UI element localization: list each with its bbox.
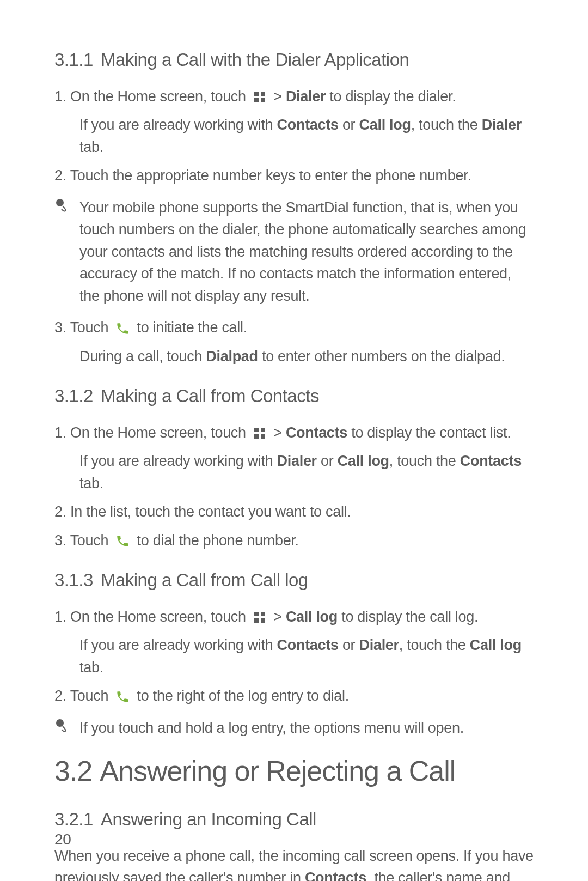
text: If you are already working with xyxy=(79,117,273,133)
svg-rect-1 xyxy=(261,92,265,96)
bold-dialer: Dialer xyxy=(286,88,326,105)
phone-icon xyxy=(115,321,130,336)
svg-rect-2 xyxy=(254,98,259,102)
svg-rect-6 xyxy=(261,428,265,432)
paragraph-incoming-call: When you receive a phone call, the incom… xyxy=(54,845,534,882)
text: to initiate the call. xyxy=(137,319,247,336)
text: to display the dialer. xyxy=(329,88,456,105)
bold-contacts: Contacts xyxy=(286,424,347,441)
text: to display the contact list. xyxy=(351,424,511,441)
bold-contacts: Contacts xyxy=(277,117,339,133)
step-1: 1. On the Home screen, touch > Call log … xyxy=(54,606,534,628)
step-2: 2. Touch to the right of the log entry t… xyxy=(54,685,534,707)
text: tab. xyxy=(79,475,103,491)
svg-rect-11 xyxy=(254,618,259,623)
svg-rect-7 xyxy=(254,434,259,439)
bold-dialer: Dialer xyxy=(482,117,522,133)
bold-dialer: Dialer xyxy=(359,637,399,653)
svg-rect-8 xyxy=(261,434,265,439)
note-text: Your mobile phone supports the SmartDial… xyxy=(79,197,534,307)
text: > xyxy=(273,88,281,105)
step-3: 3. Touch to initiate the call. xyxy=(54,317,534,339)
text: to dial the phone number. xyxy=(137,532,299,549)
text: to enter other numbers on the dialpad. xyxy=(262,348,505,364)
heading-number: 3.1.3 xyxy=(54,570,93,590)
step-1-sub: If you are already working with Contacts… xyxy=(54,634,534,678)
bold-call-log: Call log xyxy=(338,453,389,469)
text: to display the call log. xyxy=(341,609,478,625)
heading-text: Making a Call from Call log xyxy=(101,570,308,590)
phone-icon xyxy=(115,534,130,548)
text: 2. Touch xyxy=(54,688,108,704)
heading-3-2: 3.2Answering or Rejecting a Call xyxy=(54,750,534,792)
step-1: 1. On the Home screen, touch > Contacts … xyxy=(54,422,534,444)
step-3-sub: During a call, touch Dialpad to enter ot… xyxy=(54,345,534,368)
note-text: If you touch and hold a log entry, the o… xyxy=(79,717,534,739)
heading-number: 3.2.1 xyxy=(54,809,93,829)
bold-dialer: Dialer xyxy=(277,453,317,469)
text: > xyxy=(273,424,281,441)
text: > xyxy=(273,609,281,625)
phone-icon xyxy=(115,690,130,704)
note-smartdial: Your mobile phone supports the SmartDial… xyxy=(54,197,534,307)
svg-rect-3 xyxy=(261,98,265,102)
text: 1. On the Home screen, touch xyxy=(54,424,246,441)
heading-text: Making a Call from Contacts xyxy=(101,386,319,406)
step-3: 3. Touch to dial the phone number. xyxy=(54,530,534,552)
text: 1. On the Home screen, touch xyxy=(54,88,246,105)
svg-rect-12 xyxy=(261,618,265,623)
step-2: 2. Touch the appropriate number keys to … xyxy=(54,165,534,187)
svg-point-13 xyxy=(56,719,64,727)
step-2: 2. In the list, touch the contact you wa… xyxy=(54,501,534,523)
bold-contacts: Contacts xyxy=(305,870,366,881)
text: 3. Touch xyxy=(54,532,108,549)
heading-text: Making a Call with the Dialer Applicatio… xyxy=(101,50,409,70)
apps-grid-icon xyxy=(253,427,266,440)
text: , touch the xyxy=(389,453,456,469)
apps-grid-icon xyxy=(253,90,266,104)
heading-3-1-3: 3.1.3Making a Call from Call log xyxy=(54,567,534,594)
svg-rect-0 xyxy=(254,92,259,96)
heading-number: 3.1.2 xyxy=(54,386,93,406)
bold-call-log: Call log xyxy=(470,637,522,653)
note-icon xyxy=(54,718,70,733)
text: If you are already working with xyxy=(79,453,273,469)
page-number: 20 xyxy=(54,828,71,851)
step-1-sub: If you are already working with Contacts… xyxy=(54,114,534,158)
heading-number: 3.1.1 xyxy=(54,50,93,70)
note-log-entry: If you touch and hold a log entry, the o… xyxy=(54,717,534,739)
text: During a call, touch xyxy=(79,348,202,364)
bold-contacts: Contacts xyxy=(460,453,522,469)
step-1: 1. On the Home screen, touch > Dialer to… xyxy=(54,86,534,108)
heading-number: 3.2 xyxy=(54,755,92,787)
svg-rect-10 xyxy=(261,612,265,616)
text: or xyxy=(342,117,355,133)
text: 3. Touch xyxy=(54,319,108,336)
apps-grid-icon xyxy=(253,611,266,624)
text: , touch the xyxy=(399,637,466,653)
heading-3-1-2: 3.1.2Making a Call from Contacts xyxy=(54,382,534,410)
text: or xyxy=(321,453,333,469)
heading-3-2-1: 3.2.1Answering an Incoming Call xyxy=(54,806,534,833)
svg-rect-5 xyxy=(254,428,259,432)
step-1-sub: If you are already working with Dialer o… xyxy=(54,450,534,494)
heading-3-1-1: 3.1.1Making a Call with the Dialer Appli… xyxy=(54,46,534,74)
note-icon xyxy=(54,198,70,213)
svg-point-4 xyxy=(56,199,64,206)
heading-text: Answering an Incoming Call xyxy=(101,809,316,829)
text: tab. xyxy=(79,659,103,676)
svg-rect-9 xyxy=(254,612,259,616)
heading-text: Answering or Rejecting a Call xyxy=(100,755,455,787)
text: or xyxy=(342,637,355,653)
text: 1. On the Home screen, touch xyxy=(54,609,246,625)
text: , touch the xyxy=(411,117,478,133)
bold-call-log: Call log xyxy=(359,117,411,133)
bold-call-log: Call log xyxy=(286,609,338,625)
bold-dialpad: Dialpad xyxy=(206,348,258,364)
text: to the right of the log entry to dial. xyxy=(137,688,349,704)
text: If you are already working with xyxy=(79,637,273,653)
bold-contacts: Contacts xyxy=(277,637,339,653)
text: tab. xyxy=(79,139,103,155)
